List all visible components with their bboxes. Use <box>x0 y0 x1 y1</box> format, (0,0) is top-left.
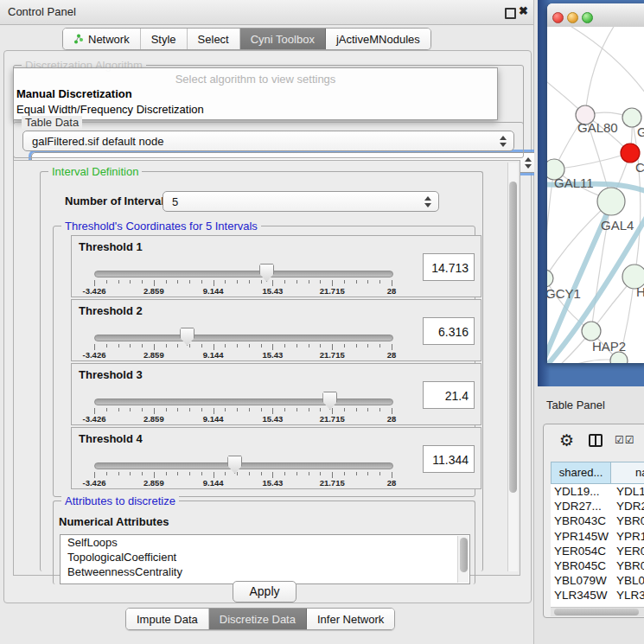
network-edge <box>554 153 630 169</box>
tab-select[interactable]: Select <box>188 29 240 49</box>
number-of-intervals-value: 5 <box>172 195 178 208</box>
table-row[interactable]: YER054CYER0 <box>551 544 644 558</box>
slider-scale-labels: -3.4262.8599.14415.4321.71528 <box>94 350 392 360</box>
table-row[interactable]: YDR27...YDR2 <box>551 499 644 513</box>
threshold-label: Threshold 2 <box>79 304 143 317</box>
cyni-toolbox-panel: Discretization Algorithm Select algorith… <box>3 50 532 603</box>
slider-thumb[interactable] <box>227 456 242 474</box>
cell-shared-name: YDL19... <box>554 485 600 498</box>
table-hscrollbar[interactable] <box>551 607 644 616</box>
table-row[interactable]: YBL079WYBL0 <box>551 573 644 588</box>
attributes-list-scrollbar[interactable] <box>457 536 469 583</box>
close-icon[interactable]: ✖ <box>519 4 528 17</box>
network-view-window: GAL80GACGAL11GAL4GCY1HHAP2 <box>547 3 644 363</box>
network-node-label: GAL11 <box>554 175 594 190</box>
cell-name: YBR0 <box>616 559 644 572</box>
network-node-label: GAL4 <box>601 218 634 233</box>
slider-track[interactable] <box>94 399 393 405</box>
cell-shared-name: YPR145W <box>554 530 609 543</box>
slider-thumb[interactable] <box>180 328 194 346</box>
table-data-combo[interactable]: galFiltered.sif default node <box>22 131 514 151</box>
checkbox-filter-icons[interactable]: ☑☑ <box>615 434 635 446</box>
slider-thumb[interactable] <box>259 264 274 282</box>
column-header-shared-name[interactable]: shared... <box>551 462 611 484</box>
cell-name: YBR0 <box>616 514 644 527</box>
tab-style[interactable]: Style <box>141 29 188 49</box>
combo-arrows-icon <box>424 194 430 210</box>
tab-label: Infer Network <box>317 613 384 626</box>
tab-impute-data[interactable]: Impute Data <box>126 609 209 629</box>
table-data-group: Table Data galFiltered.sif default node <box>13 122 524 158</box>
cell-shared-name: YDR27... <box>554 500 602 513</box>
cell-name: YDL1 <box>616 485 644 498</box>
tab-label: Select <box>198 33 229 46</box>
cytoscape-desktop: GAL80GACGAL11GAL4GCY1HHAP2 <box>538 0 644 386</box>
combo-arrows-icon <box>525 156 531 171</box>
right-region: GAL80GACGAL11GAL4GCY1HHAP2 Table Panel ⚙… <box>534 0 644 644</box>
cell-name: YBL0 <box>616 574 644 587</box>
algorithm-option-manual[interactable]: Manual Discretization <box>16 87 132 100</box>
columns-icon[interactable] <box>589 434 603 447</box>
threshold-value-field[interactable]: 21.4 <box>423 381 475 409</box>
tab-label: Style <box>151 33 176 46</box>
table-row[interactable]: YDL19...YDL1 <box>551 484 644 499</box>
tab-network[interactable]: Network <box>63 29 141 49</box>
slider-track[interactable] <box>94 271 393 277</box>
table-row[interactable]: YBR043CYBR0 <box>551 513 644 528</box>
interval-definition-label: Interval Definition <box>48 165 142 178</box>
attribute-item[interactable]: SelfLoops <box>61 535 469 550</box>
threshold-value-field[interactable]: 11.344 <box>423 445 475 473</box>
cell-name: YDR2 <box>616 500 644 513</box>
table-row[interactable]: YPR145WYPR1 <box>551 529 644 544</box>
threshold-panel-1: Threshold 1-3.4262.8599.14415.4321.71528… <box>71 235 481 297</box>
cell-shared-name: YBR043C <box>554 514 606 527</box>
network-node-gcy1[interactable] <box>547 270 553 287</box>
network-edge <box>547 201 611 278</box>
tab-cyni-toolbox[interactable]: Cyni Toolbox <box>240 29 326 49</box>
combo-arrows-icon <box>500 134 506 150</box>
network-canvas[interactable]: GAL80GACGAL11GAL4GCY1HHAP2 <box>547 27 644 363</box>
algorithm-dropdown-popup: Select algorithm to view settings Manual… <box>13 67 498 120</box>
algorithm-option-equal-width[interactable]: Equal Width/Frequency Discretization <box>16 103 204 116</box>
number-of-intervals-combo[interactable]: 5 <box>163 191 439 212</box>
threshold-panel-3: Threshold 3-3.4262.8599.14415.4321.71528… <box>71 363 481 425</box>
slider-track[interactable] <box>94 335 393 341</box>
close-traffic-light-icon[interactable] <box>552 12 564 23</box>
settings-scrollbar[interactable] <box>507 163 518 571</box>
tab-infer-network[interactable]: Infer Network <box>307 609 394 629</box>
network-node-label: GCY1 <box>547 286 581 301</box>
cell-name: YLR3 <box>616 589 644 602</box>
apply-button[interactable]: Apply <box>233 581 296 603</box>
numerical-attributes-label: Numerical Attributes <box>59 515 169 528</box>
gear-icon[interactable]: ⚙ <box>559 430 574 450</box>
thresholds-group: Threshold's Coordinates for 5 Intervals … <box>53 226 475 497</box>
attribute-item[interactable]: BetweennessCentrality <box>61 564 469 579</box>
control-panel-tabs: NetworkStyleSelectCyni ToolboxjActiveMNo… <box>62 28 431 50</box>
float-window-icon[interactable] <box>505 8 516 19</box>
network-edge <box>547 360 619 363</box>
network-edge <box>564 27 644 96</box>
zoom-traffic-light-icon[interactable] <box>582 12 593 23</box>
network-edge <box>632 118 641 277</box>
control-panel-window: Control Panel ✖ NetworkStyleSelectCyni T… <box>0 0 534 644</box>
threshold-value-field[interactable]: 6.316 <box>423 317 475 345</box>
slider-thumb[interactable] <box>322 392 337 410</box>
table-panel: ⚙ ☑☑ shared... na YDL19...YDL1YDR27...YD… <box>543 424 644 618</box>
minimize-traffic-light-icon[interactable] <box>567 12 578 23</box>
tab-jactivemnodules[interactable]: jActiveMNodules <box>326 29 430 49</box>
slider-track[interactable] <box>94 462 393 469</box>
network-node-gal4[interactable] <box>597 188 625 215</box>
numerical-attributes-list[interactable]: SelfLoopsTopologicalCoefficientBetweenne… <box>60 534 470 584</box>
cell-shared-name: YLR345W <box>554 589 608 602</box>
column-header-name[interactable]: na <box>611 462 644 484</box>
cell-shared-name: YER054C <box>554 545 606 558</box>
attribute-item[interactable]: TopologicalCoefficient <box>61 550 469 564</box>
table-header: shared... na <box>551 462 644 484</box>
tab-discretize-data[interactable]: Discretize Data <box>209 609 307 629</box>
threshold-label: Threshold 1 <box>79 240 143 253</box>
threshold-value-field[interactable]: 14.713 <box>423 253 475 281</box>
threshold-label: Threshold 4 <box>79 432 143 445</box>
table-row[interactable]: YLR345WYLR3 <box>551 588 644 603</box>
network-node-hap2[interactable] <box>582 322 601 341</box>
table-row[interactable]: YBR045CYBR0 <box>551 558 644 573</box>
